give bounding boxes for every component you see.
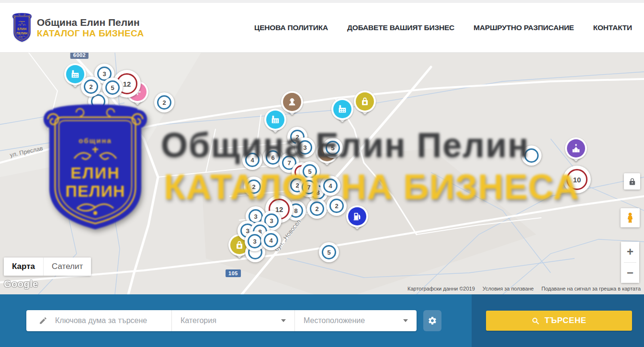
map-attribution: Картографски данни ©2019 Условия за полз… bbox=[407, 286, 641, 291]
cluster-marker[interactable]: 2 bbox=[81, 77, 101, 97]
search-icon bbox=[531, 317, 540, 325]
pegman-icon bbox=[624, 212, 636, 224]
site-logo[interactable]: Община Елин Пелин КАТАЛОГ НА БИЗНЕСА bbox=[12, 12, 144, 43]
pencil-icon bbox=[39, 316, 47, 325]
location-dropdown-value: Местоположение bbox=[304, 316, 365, 325]
cluster-marker[interactable]: 10 bbox=[563, 166, 591, 193]
zoom-in-button[interactable]: + bbox=[621, 242, 639, 262]
cluster-marker[interactable]: 2 bbox=[327, 196, 347, 216]
category-dropdown-value: Категория bbox=[181, 316, 216, 325]
map-type-control: Карта Сателит bbox=[4, 257, 91, 276]
nav-item-route-schedule[interactable]: МАРШРУТНО РАЗПИСАНИЕ bbox=[474, 23, 574, 32]
google-logo[interactable]: Google bbox=[4, 279, 38, 290]
search-filters: Категория Местоположение bbox=[26, 310, 417, 331]
zoom-out-button[interactable]: − bbox=[621, 263, 639, 283]
cluster-marker[interactable]: 7 bbox=[299, 177, 319, 197]
main-nav: ЦЕНОВА ПОЛИТИКА ДОБАВЕТЕ ВАШИЯТ БИЗНЕС М… bbox=[254, 23, 632, 32]
cluster-marker[interactable] bbox=[521, 146, 542, 166]
site-title: Община Елин Пелин bbox=[37, 17, 144, 28]
cluster-marker[interactable]: 3 bbox=[295, 137, 315, 157]
search-bar: Категория Местоположение ТЪРСЕНЕ bbox=[0, 294, 644, 347]
cluster-marker[interactable]: 2 bbox=[244, 177, 264, 197]
lock-control-button[interactable] bbox=[624, 173, 640, 190]
lock-icon bbox=[628, 178, 636, 186]
location-dropdown[interactable]: Местоположение bbox=[294, 310, 417, 331]
cluster-marker[interactable]: 5 bbox=[319, 242, 339, 262]
search-button[interactable]: ТЪРСЕНЕ bbox=[486, 311, 632, 331]
cluster-marker[interactable]: 2 bbox=[307, 199, 327, 219]
cluster-marker[interactable]: 5 bbox=[323, 138, 343, 158]
cluster-marker[interactable]: 5 bbox=[102, 78, 123, 98]
category-dropdown[interactable]: Категория bbox=[171, 310, 294, 331]
keyword-search-input[interactable] bbox=[54, 316, 159, 325]
street-view-pegman-button[interactable] bbox=[621, 208, 640, 227]
nav-item-contacts[interactable]: КОНТАКТИ bbox=[593, 23, 632, 32]
cluster-marker[interactable]: 2 bbox=[154, 92, 174, 112]
gear-icon bbox=[428, 316, 437, 325]
chevron-down-icon bbox=[281, 319, 286, 322]
keyword-field[interactable] bbox=[26, 310, 171, 331]
site-subtitle: КАТАЛОГ НА БИЗНЕСА bbox=[37, 28, 144, 39]
map-type-map-button[interactable]: Карта bbox=[4, 257, 43, 276]
map-type-satellite-button[interactable]: Сателит bbox=[43, 257, 91, 276]
attribution-terms-link[interactable]: Условия за ползване bbox=[483, 286, 534, 291]
attribution-map-data: Картографски данни ©2019 bbox=[407, 286, 475, 291]
chevron-down-icon bbox=[403, 319, 408, 322]
nav-item-price-policy[interactable]: ЦЕНОВА ПОЛИТИКА bbox=[254, 23, 328, 32]
cluster-markers-layer: 32125223546752827481222333834510 bbox=[0, 53, 644, 294]
advanced-settings-button[interactable] bbox=[423, 310, 441, 331]
cluster-marker[interactable]: 4 bbox=[261, 230, 281, 250]
cluster-marker[interactable]: 4 bbox=[242, 150, 262, 170]
nav-item-add-business[interactable]: ДОБАВЕТЕ ВАШИЯТ БИЗНЕС bbox=[347, 23, 454, 32]
cluster-marker[interactable]: 4 bbox=[320, 176, 340, 196]
municipality-crest-icon bbox=[12, 12, 32, 43]
header: Община Елин Пелин КАТАЛОГ НА БИЗНЕСА ЦЕН… bbox=[0, 3, 644, 53]
zoom-control: + − bbox=[621, 242, 639, 283]
search-button-label: ТЪРСЕНЕ bbox=[544, 316, 587, 325]
map[interactable]: ул. Преславбул. „Новосел 6002105 3212522… bbox=[0, 53, 644, 294]
attribution-report-error-link[interactable]: Подаване на сигнал за грешка в картата bbox=[542, 286, 641, 291]
